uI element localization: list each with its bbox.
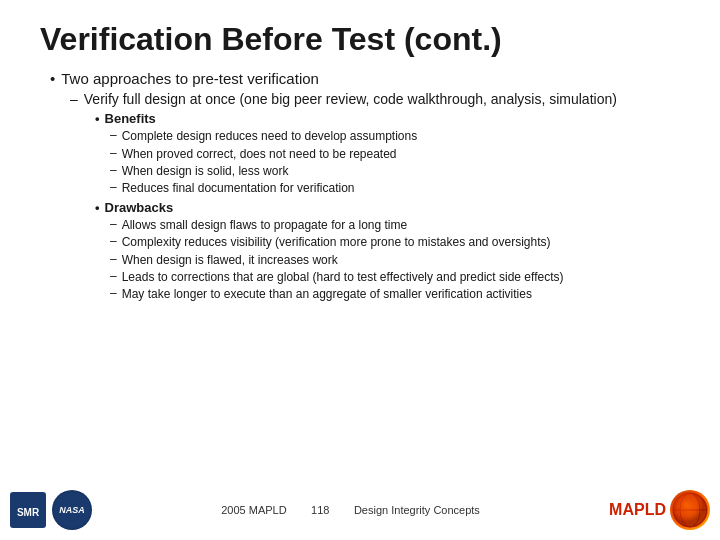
benefits-item-1: – Complete design reduces need to develo… bbox=[110, 128, 680, 144]
dash-b1: – bbox=[110, 128, 117, 142]
drawbacks-item-4: – Leads to corrections that are global (… bbox=[110, 269, 680, 285]
mapld-circle-icon bbox=[670, 490, 710, 530]
benefits-item-3-text: When design is solid, less work bbox=[122, 163, 680, 179]
benefits-label: Benefits bbox=[105, 111, 156, 126]
drawbacks-item-3: – When design is flawed, it increases wo… bbox=[110, 252, 680, 268]
benefits-item-1-text: Complete design reduces need to develop … bbox=[122, 128, 680, 144]
drawbacks-item-5-text: May take longer to execute than an aggre… bbox=[122, 286, 680, 302]
indent-l2-sub1: – Verify full design at once (one big pe… bbox=[70, 91, 680, 107]
slide-title: Verification Before Test (cont.) bbox=[40, 20, 680, 58]
footer-page: 118 bbox=[311, 504, 329, 516]
drawbacks-bullet: • Drawbacks bbox=[95, 200, 680, 215]
bullet-l3-marker-1: • bbox=[95, 111, 100, 126]
footer-logos: SMR NASA bbox=[10, 490, 92, 530]
drawbacks-item-2-text: Complexity reduces visibility (verificat… bbox=[122, 234, 680, 250]
svg-text:SMR: SMR bbox=[17, 507, 40, 518]
bullet-l1-text: Two approaches to pre-test verification bbox=[61, 70, 319, 87]
mapld-logo: MAPLD bbox=[609, 490, 710, 530]
dash-b3: – bbox=[110, 163, 117, 177]
dash-d2: – bbox=[110, 234, 117, 248]
benefits-item-4-text: Reduces final documentation for verifica… bbox=[122, 180, 680, 196]
footer-center: 2005 MAPLD 118 Design Integrity Concepts bbox=[92, 504, 609, 516]
dash-d4: – bbox=[110, 269, 117, 283]
dash-d5: – bbox=[110, 286, 117, 300]
bullet-l1: • Two approaches to pre-test verificatio… bbox=[50, 70, 680, 87]
dash-b4: – bbox=[110, 180, 117, 194]
dash-b2: – bbox=[110, 146, 117, 160]
bullet-l1-marker: • bbox=[50, 70, 55, 87]
drawbacks-item-3-text: When design is flawed, it increases work bbox=[122, 252, 680, 268]
nasa-logo-icon: NASA bbox=[52, 490, 92, 530]
mapld-text: MAPLD bbox=[609, 501, 666, 519]
dash-d1: – bbox=[110, 217, 117, 231]
footer-label: Design Integrity Concepts bbox=[354, 504, 480, 516]
drawbacks-item-1: – Allows small design flaws to propagate… bbox=[110, 217, 680, 233]
drawbacks-item-5: – May take longer to execute than an agg… bbox=[110, 286, 680, 302]
footer-year: 2005 MAPLD bbox=[221, 504, 286, 516]
mapld-graphic bbox=[672, 492, 708, 528]
svg-point-5 bbox=[673, 493, 707, 527]
benefits-bullet: • Benefits bbox=[95, 111, 680, 126]
nasa-logo-text: NASA bbox=[59, 505, 85, 515]
benefits-item-3: – When design is solid, less work bbox=[110, 163, 680, 179]
content-area: • Two approaches to pre-test verificatio… bbox=[40, 70, 680, 302]
drawbacks-item-1-text: Allows small design flaws to propagate f… bbox=[122, 217, 680, 233]
footer: SMR NASA 2005 MAPLD 118 Design Integrity… bbox=[0, 490, 720, 530]
slide: Verification Before Test (cont.) • Two a… bbox=[0, 0, 720, 540]
smr-logo-icon: SMR bbox=[10, 492, 46, 528]
benefits-item-2: – When proved correct, does not need to … bbox=[110, 146, 680, 162]
drawbacks-item-2: – Complexity reduces visibility (verific… bbox=[110, 234, 680, 250]
drawbacks-label: Drawbacks bbox=[105, 200, 174, 215]
dash-marker-1: – bbox=[70, 91, 78, 107]
drawbacks-item-4-text: Leads to corrections that are global (ha… bbox=[122, 269, 680, 285]
indent-l2-text: Verify full design at once (one big peer… bbox=[84, 91, 680, 107]
benefits-item-4: – Reduces final documentation for verifi… bbox=[110, 180, 680, 196]
benefits-item-2-text: When proved correct, does not need to be… bbox=[122, 146, 680, 162]
dash-d3: – bbox=[110, 252, 117, 266]
bullet-l3-marker-2: • bbox=[95, 200, 100, 215]
